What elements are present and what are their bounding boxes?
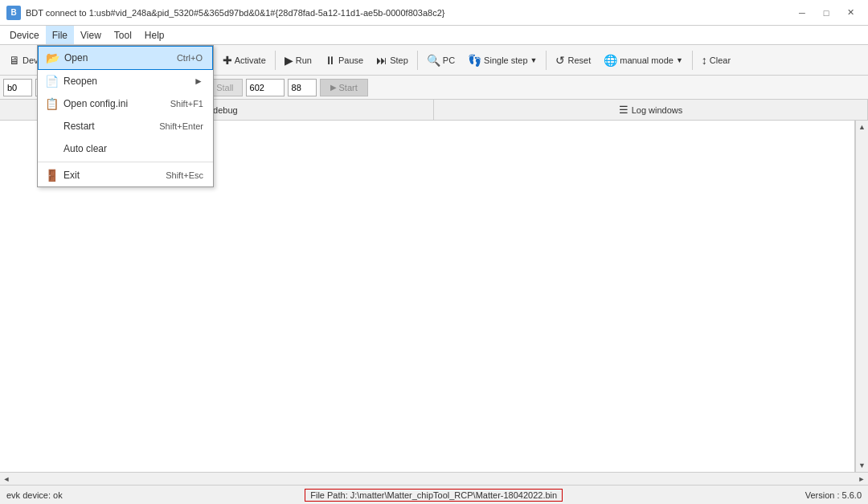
run-button[interactable]: ▶ Run (279, 51, 317, 70)
run-label: Run (296, 55, 312, 65)
pc-icon: 🔍 (427, 54, 440, 67)
reopen-label: Reopen (63, 76, 97, 87)
scrollbar-right[interactable]: ▲ ▼ (855, 121, 868, 472)
activate-icon: ✚ (223, 54, 232, 67)
scroll-left-arrow[interactable]: ◄ (0, 473, 13, 486)
pause-label: Pause (338, 55, 363, 65)
menu-separator (38, 162, 213, 162)
manual-mode-button[interactable]: 🌐 manual mode ▼ (598, 51, 689, 70)
status-filepath: File Path: J:\matter\Matter_chipTool_RCP… (305, 489, 563, 502)
single-step-label: Single step (484, 55, 527, 65)
log-windows-panel-header: ☰ Log windows (434, 100, 868, 120)
scroll-up-arrow[interactable]: ▲ (856, 121, 869, 133)
pc-button[interactable]: 🔍 PC (421, 51, 461, 70)
sep-5 (546, 51, 547, 70)
open-shortcut: Ctrl+O (177, 53, 203, 63)
log-windows-label: Log windows (632, 105, 683, 115)
exit-label: Exit (63, 170, 80, 181)
menu-view[interactable]: View (74, 26, 108, 44)
open-icon: 📂 (45, 51, 59, 65)
open-config-label: Open config.ini (63, 98, 128, 109)
step-label: Step (390, 55, 408, 65)
file-menu-auto-clear[interactable]: Auto clear (38, 137, 213, 160)
single-step-icon: 👣 (468, 54, 481, 67)
pause-button[interactable]: ⏸ Pause (319, 51, 369, 70)
title-bar: B BDT connect to 1:usb#vid_248a&pid_5320… (0, 0, 868, 26)
menu-file[interactable]: File (46, 26, 74, 44)
manual-mode-icon: 🌐 (604, 54, 617, 67)
horizontal-scrollbar[interactable]: ◄ ► (0, 472, 868, 485)
activate-button[interactable]: ✚ Activate (217, 51, 272, 70)
file-menu-open[interactable]: 📂 Open Ctrl+O (38, 46, 213, 70)
single-step-button[interactable]: 👣 Single step ▼ (462, 51, 542, 70)
scroll-down-arrow[interactable]: ▼ (856, 459, 869, 472)
clear-button[interactable]: ↕ Clear (696, 51, 736, 70)
auto-clear-icon (44, 141, 59, 156)
window-controls: ─ □ ✕ (791, 5, 862, 21)
status-version: Version : 5.6.0 (805, 490, 862, 500)
stall-label: Stall (216, 83, 233, 92)
pause-icon: ⏸ (325, 54, 336, 67)
restart-icon (44, 119, 59, 133)
reset-label: Reset (567, 55, 591, 65)
single-step-arrow: ▼ (530, 56, 538, 64)
sep-3 (275, 51, 276, 70)
open-config-shortcut: Shift+F1 (170, 99, 203, 109)
device-icon: 🖥 (9, 54, 20, 67)
clear-icon: ↕ (702, 54, 707, 67)
title-left: B BDT connect to 1:usb#vid_248a&pid_5320… (6, 6, 445, 20)
file-menu-exit[interactable]: 🚪 Exit Shift+Esc (38, 164, 213, 186)
clear-label: Clear (710, 55, 731, 65)
file-menu-dropdown: 📂 Open Ctrl+O 📄 Reopen ► 📋 Open config.i… (37, 45, 214, 187)
file-menu-open-config[interactable]: 📋 Open config.ini Shift+F1 (38, 92, 213, 115)
scroll-right-arrow[interactable]: ► (855, 473, 868, 486)
app-icon: B (6, 6, 21, 20)
file-menu-reopen[interactable]: 📄 Reopen ► (38, 70, 213, 92)
file-menu-restart[interactable]: Restart Shift+Enter (38, 115, 213, 137)
step-button[interactable]: ⏭ Step (371, 51, 414, 70)
reopen-icon: 📄 (44, 74, 59, 88)
auto-clear-label: Auto clear (63, 143, 107, 154)
sep-4 (417, 51, 418, 70)
field1-input[interactable] (3, 79, 32, 96)
exit-icon: 🚪 (44, 168, 59, 182)
status-device: evk device: ok (6, 490, 63, 500)
field5-input[interactable] (246, 79, 285, 96)
pc-label: PC (443, 55, 455, 65)
start-button: ▶ Start (320, 79, 368, 96)
manual-mode-arrow: ▼ (676, 56, 683, 64)
field6-input[interactable] (288, 79, 317, 96)
start-icon: ▶ (330, 83, 337, 92)
window-title: BDT connect to 1:usb#vid_248a&pid_5320#5… (26, 8, 445, 18)
open-label: Open (64, 52, 88, 64)
step-icon: ⏭ (376, 54, 387, 67)
activate-label: Activate (235, 55, 266, 65)
restart-shortcut: Shift+Enter (159, 121, 203, 131)
status-bar: evk device: ok File Path: J:\matter\Matt… (0, 485, 868, 504)
menu-help[interactable]: Help (138, 26, 171, 44)
manual-mode-label: manual mode (620, 55, 674, 65)
menu-tool[interactable]: Tool (108, 26, 138, 44)
menu-bar: Device File View Tool Help (0, 26, 868, 45)
run-icon: ▶ (285, 54, 293, 67)
start-label: Start (339, 83, 358, 92)
menu-device[interactable]: Device (3, 26, 46, 44)
maximize-button[interactable]: □ (815, 5, 837, 21)
open-config-icon: 📋 (44, 96, 59, 111)
minimize-button[interactable]: ─ (791, 5, 813, 21)
exit-shortcut: Shift+Esc (166, 170, 203, 180)
sep-6 (692, 51, 693, 70)
close-button[interactable]: ✕ (839, 5, 862, 21)
reset-button[interactable]: ↺ Reset (550, 51, 596, 70)
reset-icon: ↺ (555, 54, 565, 67)
reopen-arrow: ► (194, 76, 203, 87)
restart-label: Restart (63, 121, 95, 132)
log-windows-icon: ☰ (619, 104, 628, 116)
